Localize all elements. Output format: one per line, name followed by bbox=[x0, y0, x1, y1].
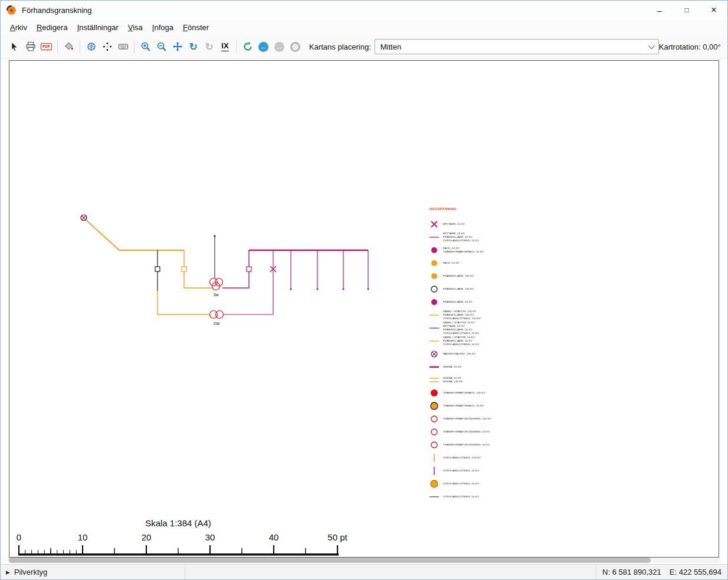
map-placement-label: Kartans placering: bbox=[309, 42, 371, 51]
menu-item-redigera[interactable]: Redigera bbox=[32, 21, 73, 34]
refresh-button[interactable] bbox=[240, 39, 255, 55]
menu-bar: ArkivRedigeraInställningarVisaInfogaFöns… bbox=[1, 19, 727, 35]
minimize-icon: – bbox=[657, 5, 662, 15]
chevron-down-icon bbox=[648, 42, 655, 49]
close-button[interactable]: × bbox=[700, 1, 727, 19]
legend-item: KABEL I STATION, 50 KVFRÅNSKILJARE, 50 K… bbox=[429, 335, 491, 348]
tool-pointer-icon: ▶ bbox=[6, 569, 10, 575]
print-button[interactable] bbox=[22, 39, 38, 55]
legend-item-label: TRANSFORMATORLINDNING, 50 KV bbox=[443, 443, 490, 447]
ix-button[interactable]: IX bbox=[217, 39, 233, 55]
back-arrow-icon: ← bbox=[258, 42, 268, 52]
legend-item-label: TRANSFORMATORFACK, 130 KV bbox=[443, 391, 485, 395]
rotate-button[interactable]: ↻ bbox=[185, 39, 201, 55]
scrollbar-thumb[interactable] bbox=[9, 558, 651, 563]
status-coordinates: N: 6 581 890,321 E: 422 555,694 bbox=[596, 568, 727, 576]
scale-tick-label: 0 bbox=[17, 532, 21, 542]
legend-item-label: FRÅNSKILJARE, 130 KV bbox=[443, 274, 474, 278]
legend-item: FACK, 50 KV bbox=[429, 257, 491, 270]
snap-points-button[interactable] bbox=[99, 39, 115, 55]
network-diagram: 3w 2W bbox=[9, 61, 719, 557]
menu-item-inställningar[interactable]: Inställningar bbox=[73, 21, 123, 34]
keyboard-button[interactable] bbox=[115, 39, 131, 55]
scale-tick-label: 10 bbox=[78, 532, 88, 542]
menu-item-fönster[interactable]: Fönster bbox=[178, 21, 214, 34]
preview-canvas[interactable]: 3w 2W HÖGSPÄNNING BRYTARE, 20 KVBRYTARE,… bbox=[9, 60, 719, 558]
legend-item: TRANSFORMATORFACK, 50 KV bbox=[429, 399, 491, 412]
legend-items: BRYTARE, 20 KVBRYTARE, 20 KVFRÅNSKILJARE… bbox=[429, 218, 491, 503]
legend-item-label: ÖVRIG ANSLUTNING, 50 KV bbox=[443, 495, 479, 499]
scale-title: Skala 1:384 (A4) bbox=[145, 518, 211, 528]
menu-item-arkiv[interactable]: Arkiv bbox=[5, 21, 32, 34]
legend-symbol-circle bbox=[429, 284, 440, 294]
paint-bucket-icon bbox=[64, 41, 74, 52]
menu-item-infoga[interactable]: Infoga bbox=[147, 21, 178, 34]
legend-item: TRANSFORMATORFACK, 130 KV bbox=[429, 386, 491, 399]
window-title: Förhandsgranskning bbox=[22, 6, 92, 15]
legend-item-label: KABEL I STATION, 130 KVFRÅNSKILJARE, 130… bbox=[443, 310, 481, 320]
legend-item-label: SKENA, 20 KV bbox=[443, 365, 461, 369]
legend-symbol-circle bbox=[429, 414, 440, 424]
record-button[interactable] bbox=[287, 39, 303, 55]
transformer-3w-label: 3w bbox=[214, 293, 219, 297]
legend-item: TRANSFORMATORLINDNING, 20 KV bbox=[429, 425, 491, 438]
legend-item-label: TRANSFORMATORLINDNING, 20 KV bbox=[443, 430, 490, 434]
select-tool-button[interactable] bbox=[6, 39, 22, 55]
legend-item: SKENA, 50 KVSKENA, 130 KV bbox=[429, 373, 491, 386]
legend-symbol-circle bbox=[429, 401, 440, 411]
legend-item-label: KABEL I STATION, 20 KVBRYTARE, 20 KVFRÅN… bbox=[443, 321, 479, 335]
legend-item-label: TRANSFORMATORFACK, 50 KV bbox=[443, 404, 484, 408]
legend-item: NÄTEKVIVALENT, 130 KV bbox=[429, 348, 491, 361]
legend-symbol-circle bbox=[429, 440, 440, 450]
map-placement-select[interactable]: Mitten bbox=[375, 39, 659, 54]
legend-item-label: FACK, 20 KVTRANSFORMATORFACK, 20 KV bbox=[443, 247, 484, 254]
scale-ruler bbox=[18, 545, 341, 556]
minimize-button[interactable]: – bbox=[646, 1, 673, 19]
zoom-out-icon bbox=[156, 41, 167, 52]
horizontal-scrollbar[interactable] bbox=[8, 558, 720, 563]
legend-item-label: SKENA, 50 KVSKENA, 130 KV bbox=[443, 376, 463, 384]
rotate-disabled-button[interactable]: ↻ bbox=[201, 39, 217, 55]
coordinate-north: N: 6 581 890,321 bbox=[602, 568, 661, 576]
pan-button[interactable] bbox=[169, 39, 185, 55]
nav-back-button[interactable]: ← bbox=[255, 39, 271, 55]
legend-item-label: FACK, 50 KV bbox=[443, 261, 460, 265]
nav-forward-button[interactable]: → bbox=[271, 39, 287, 55]
printer-icon bbox=[25, 41, 36, 52]
legend-item-label: FRÅNSKILJARE, 20 KV bbox=[443, 300, 473, 304]
title-bar[interactable]: Förhandsgranskning – □ × bbox=[1, 1, 727, 19]
map-rotation-label: Kartrotation: 0,00° bbox=[659, 42, 722, 51]
scale-tick-label: 40 bbox=[269, 532, 279, 542]
move-icon bbox=[172, 41, 183, 52]
legend-item: KABEL I STATION, 20 KVBRYTARE, 20 KVFRÅN… bbox=[429, 322, 491, 335]
zoom-in-button[interactable] bbox=[137, 39, 153, 55]
legend-item-label: NÄTEKVIVALENT, 130 KV bbox=[443, 352, 476, 356]
refresh-icon bbox=[242, 41, 253, 52]
legend-symbol-circle bbox=[429, 258, 440, 268]
legend-item: BRYTARE, 20 KVFRÅNSKILJARE, 20 KVÖVRIG A… bbox=[429, 231, 491, 244]
maximize-icon: □ bbox=[684, 6, 688, 14]
rotate-icon: ↻ bbox=[189, 42, 197, 52]
legend-title: HÖGSPÄNNING bbox=[429, 207, 457, 211]
pan-world-button[interactable] bbox=[83, 39, 99, 55]
legend-symbol-hline2 bbox=[429, 375, 440, 385]
maximize-button[interactable]: □ bbox=[673, 1, 700, 19]
legend-item-label: TRANSFORMATORLINDNING, 130 KV bbox=[443, 417, 491, 421]
legend-item: SKENA, 20 KV bbox=[429, 361, 491, 373]
scale-tick-label: 30 bbox=[205, 532, 215, 542]
scale-tick-label: 50 pt bbox=[327, 532, 347, 542]
export-pdf-button[interactable]: PDF bbox=[38, 39, 54, 55]
main-area: 3w 2W HÖGSPÄNNING BRYTARE, 20 KVBRYTARE,… bbox=[1, 59, 727, 564]
map-placement-value: Mitten bbox=[381, 42, 401, 51]
paint-bucket-button[interactable] bbox=[61, 39, 77, 55]
menu-item-visa[interactable]: Visa bbox=[123, 21, 147, 34]
keyboard-icon bbox=[118, 41, 129, 52]
legend-item: FRÅNSKILJARE, 130 KV bbox=[429, 283, 491, 296]
zoom-out-button[interactable] bbox=[153, 39, 169, 55]
toolbar: PDF bbox=[1, 35, 727, 59]
circle-icon bbox=[290, 42, 300, 52]
pdf-icon: PDF bbox=[41, 43, 52, 51]
pointer-icon bbox=[9, 42, 19, 52]
legend-item: KABEL I STATION, 130 KVFRÅNSKILJARE, 130… bbox=[429, 309, 491, 322]
legend-symbol-x bbox=[429, 219, 440, 230]
